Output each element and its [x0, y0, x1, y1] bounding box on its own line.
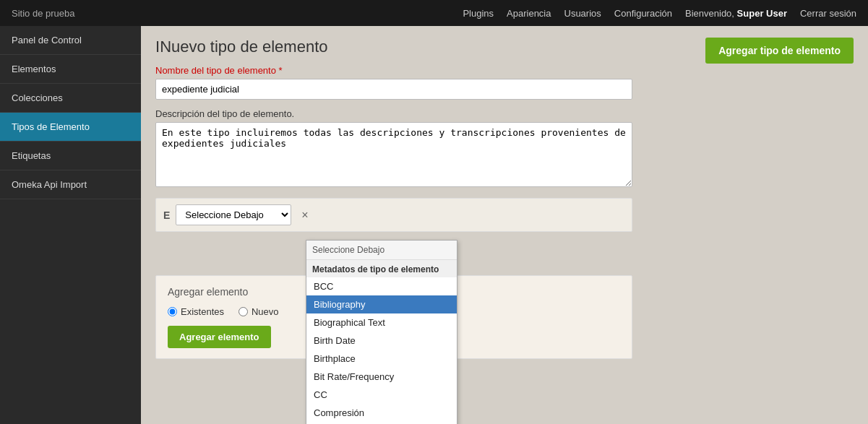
main-content: Agregar tipo de elemento INuevo tipo de …	[141, 26, 868, 424]
dropdown-item-birthdate[interactable]: Birth Date	[306, 332, 457, 350]
dropdown-item-compresion[interactable]: Compresión	[306, 404, 457, 422]
dropdown-scroll-area: Seleccione Debajo Metadatos de tipo de e…	[306, 241, 457, 424]
element-set-select[interactable]: Seleccione Debajo	[176, 204, 291, 225]
topbar: Sitio de prueba Plugins Apariencia Usuar…	[0, 0, 868, 26]
sidebar-item-collections[interactable]: Colecciones	[0, 84, 141, 113]
element-set-area: E Seleccione Debajo × Seleccione Debajo …	[155, 198, 854, 232]
nav-appearance[interactable]: Apariencia	[507, 8, 551, 19]
element-set-row: E Seleccione Debajo ×	[155, 198, 632, 232]
dropdown-item-birthplace[interactable]: Birthplace	[306, 350, 457, 368]
sidebar-item-etiquetas[interactable]: Etiquetas	[0, 142, 141, 170]
dropdown-item-bibliography[interactable]: Bibliography	[306, 295, 457, 313]
dropdown-group-label: Metadatos de tipo de elemento	[306, 260, 457, 277]
name-label: Nombre del tipo de elemento *	[155, 65, 854, 76]
sidebar-item-omeka[interactable]: Omeka Api Import	[0, 170, 141, 199]
welcome-text: Bienvenido, Super User	[685, 8, 787, 19]
radio-new-label[interactable]: Nuevo	[239, 306, 279, 317]
name-section: Nombre del tipo de elemento *	[155, 65, 854, 100]
radio-existing[interactable]	[168, 307, 177, 316]
add-element-button[interactable]: Agregar elemento	[168, 326, 271, 348]
nav-settings[interactable]: Configuración	[614, 8, 672, 19]
remove-element-set-button[interactable]: ×	[297, 207, 312, 223]
topnav: Plugins Apariencia Usuarios Configuració…	[463, 8, 856, 19]
dropdown-overlay: Seleccione Debajo Metadatos de tipo de e…	[306, 240, 457, 424]
name-input[interactable]	[155, 79, 632, 100]
dropdown-item-bcc[interactable]: BCC	[306, 277, 457, 295]
nav-users[interactable]: Usuarios	[564, 8, 601, 19]
dropdown-item-cc[interactable]: CC	[306, 386, 457, 404]
element-section-label: E	[163, 209, 170, 221]
add-element-type-button[interactable]: Agregar tipo de elemento	[705, 38, 854, 64]
dropdown-item-biographical[interactable]: Biographical Text	[306, 313, 457, 332]
dropdown-item-bitrate[interactable]: Bit Rate/Frequency	[306, 368, 457, 386]
logout-link[interactable]: Cerrar sesión	[800, 8, 856, 19]
nav-plugins[interactable]: Plugins	[463, 8, 494, 19]
desc-label: Descripción del tipo de elemento.	[155, 108, 854, 119]
required-marker: *	[279, 65, 283, 76]
sidebar-item-panel[interactable]: Panel de Control	[0, 26, 141, 55]
sidebar-item-elements[interactable]: Elementos	[0, 55, 141, 84]
desc-textarea[interactable]: En este tipo incluiremos todas las descr…	[155, 122, 632, 187]
sidebar: Panel de Control Elementos Colecciones T…	[0, 26, 141, 424]
site-name: Sitio de prueba	[12, 8, 74, 19]
layout: Panel de Control Elementos Colecciones T…	[0, 26, 868, 424]
dropdown-header[interactable]: Seleccione Debajo	[306, 241, 457, 260]
sidebar-item-tipos[interactable]: Tipos de Elemento	[0, 113, 141, 142]
desc-section: Descripción del tipo de elemento. En est…	[155, 108, 854, 189]
radio-existing-label[interactable]: Existentes	[168, 306, 224, 317]
radio-new[interactable]	[239, 307, 248, 316]
